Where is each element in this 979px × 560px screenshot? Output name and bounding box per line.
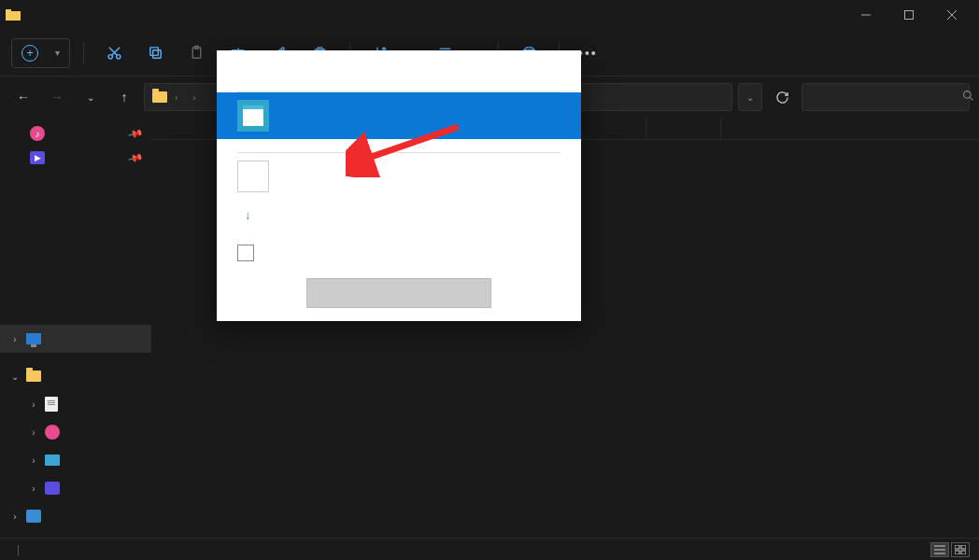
always-checkbox[interactable] [237,245,254,261]
close-button[interactable] [930,0,973,30]
arrow-down-icon: ↓ [245,209,250,222]
notepad-icon [237,100,269,132]
svg-point-23 [964,91,972,99]
titlebar [0,0,979,30]
chevron-right-icon[interactable]: › [28,483,39,494]
folder-icon [6,7,21,22]
tree-libraries[interactable]: ⌄ [0,362,151,390]
pin-icon: 📌 [127,125,145,142]
other-options-label [217,139,581,152]
dialog-title [217,69,581,78]
separator: | [17,543,20,556]
svg-rect-11 [149,48,158,56]
keep-using-label [217,78,581,91]
app-option-store[interactable] [217,153,581,200]
quick-music[interactable]: ♪ 📌 [0,121,151,146]
chevron-right-icon[interactable]: › [9,334,21,344]
new-button[interactable]: + ▾ [11,38,70,68]
videos-icon: ▶ [30,151,45,164]
chevron-right-icon: › [192,92,195,103]
documents-icon [45,397,58,412]
chevron-right-icon[interactable]: › [9,511,21,522]
sidebar: ♪ 📌 ▶ 📌 › ⌄ [0,118,151,538]
chevron-right-icon[interactable]: › [28,455,39,466]
chevron-down-icon: ▾ [55,48,60,58]
svg-rect-28 [955,545,959,549]
svg-rect-30 [955,551,959,554]
ok-button[interactable] [306,278,491,308]
always-use-row[interactable] [217,235,581,278]
tree-documents[interactable]: › [0,390,151,418]
music-icon [45,425,60,440]
tree-pictures[interactable]: › [0,446,151,474]
nav-tree: › ⌄ › › [0,325,151,538]
thumbnails-view-button[interactable] [951,542,970,557]
back-button[interactable]: ← [9,83,37,111]
status-bar: | [0,538,979,560]
more-apps-link[interactable]: ↓ [217,200,581,235]
copy-icon[interactable] [138,36,172,70]
pin-icon: 📌 [127,149,145,166]
svg-rect-29 [961,545,966,549]
chevron-down-icon[interactable]: ⌄ [9,371,21,382]
search-input[interactable] [810,91,957,104]
chevron-right-icon[interactable]: › [28,427,39,438]
pc-icon [26,333,41,344]
minimize-button[interactable] [844,0,887,30]
address-history-button[interactable]: ⌄ [738,83,762,111]
chevron-right-icon: › [175,92,177,103]
paste-icon[interactable] [179,36,213,70]
details-view-button[interactable] [930,542,949,557]
folder-icon [26,371,41,382]
open-with-dialog: ↓ [217,50,581,321]
plus-icon: + [21,45,38,62]
app-option-notepad[interactable] [217,92,581,139]
svg-rect-31 [961,551,966,554]
svg-rect-1 [6,9,11,12]
quick-videos[interactable]: ▶ 📌 [0,146,151,170]
separator [83,42,84,64]
store-icon [237,161,269,192]
tree-music[interactable]: › [0,418,151,446]
network-icon [26,510,41,523]
cut-icon[interactable] [97,36,131,70]
svg-rect-3 [905,11,914,20]
recent-button[interactable]: ⌄ [77,83,105,111]
videos-icon [45,482,60,495]
svg-rect-0 [6,11,21,21]
svg-rect-10 [152,50,161,59]
tree-network[interactable]: › [0,502,151,530]
up-button[interactable]: ↑ [110,83,138,111]
maximize-button[interactable] [887,0,930,30]
tree-this-pc[interactable]: › [0,325,151,353]
explorer-window: + ▾ ▾ ▾ ••• ← → ⌄ ↑ › › ⌄ [0,0,979,560]
music-icon: ♪ [30,126,45,141]
tree-videos[interactable]: › [0,474,151,502]
chevron-right-icon[interactable]: › [28,399,39,410]
svg-line-24 [970,97,972,100]
col-size[interactable] [646,118,721,139]
refresh-button[interactable] [768,83,796,111]
folder-icon [152,91,167,103]
search-box[interactable] [802,83,970,111]
forward-button[interactable]: → [43,83,71,111]
pictures-icon [45,455,60,466]
search-icon [962,89,974,105]
